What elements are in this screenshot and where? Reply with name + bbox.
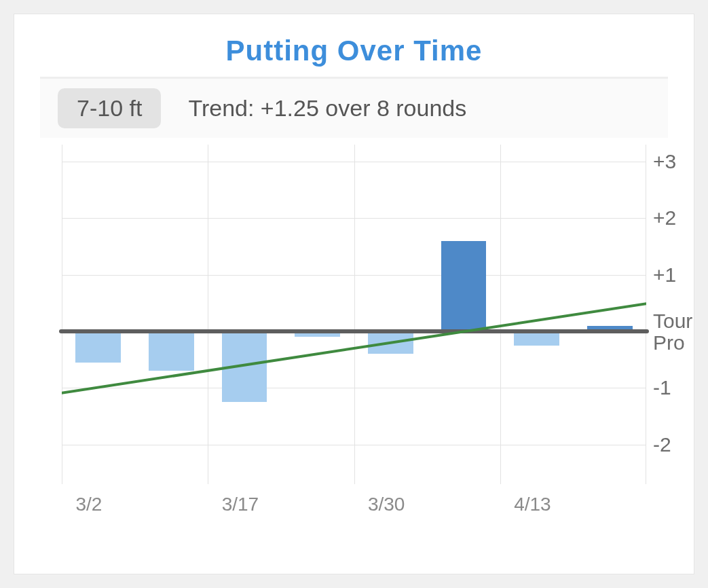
data-bar [368,331,413,354]
data-bar [222,331,267,402]
gridline-v [62,145,62,484]
x-tick-label: 3/30 [368,494,405,515]
chart-title: Putting Over Time [14,14,694,77]
y-tick-label: -2 [653,433,671,456]
x-tick-label: 4/13 [514,494,551,515]
plot-grid: +3+2+1TourPro-1-2 [62,145,646,484]
y-axis-labels: +3+2+1TourPro-1-2 [653,145,707,484]
gridline-v [500,145,501,484]
zero-axis [59,329,649,333]
y-tick-label: +1 [653,263,676,287]
data-bar [514,331,559,346]
data-bar [149,331,194,371]
y-tick-label: +2 [653,206,676,229]
range-filter-pill[interactable]: 7-10 ft [58,88,161,128]
x-axis-labels: 3/23/173/304/13 [62,494,646,534]
y-tick-label: TourPro [653,310,692,353]
gridline-v [354,145,355,484]
x-tick-label: 3/17 [222,494,259,515]
x-tick-label: 3/2 [75,494,102,515]
data-bar [75,331,121,363]
data-bar [441,241,487,331]
y-tick-label: +3 [653,150,676,173]
plot-area: +3+2+1TourPro-1-2 [62,145,646,484]
gridline-v [208,145,208,484]
chart-subheader: 7-10 ft Trend: +1.25 over 8 rounds [40,79,668,138]
gridline-v [646,145,646,484]
trend-summary: Trend: +1.25 over 8 rounds [188,95,466,122]
chart-card: Putting Over Time 7-10 ft Trend: +1.25 o… [14,14,694,574]
y-tick-label: -1 [653,376,671,399]
